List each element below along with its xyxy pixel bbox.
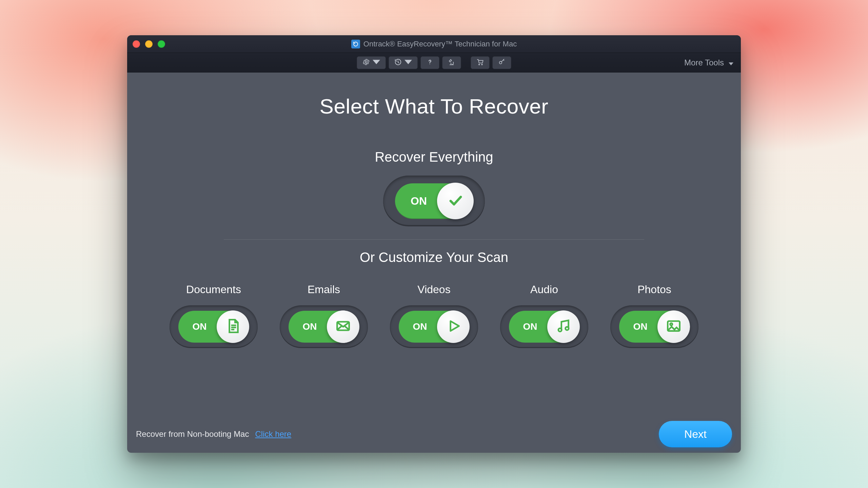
videos-toggle-wrap: ON [390,305,478,348]
toggle-knob [547,310,580,343]
click-here-link[interactable]: Click here [255,429,291,439]
toggle-knob [437,183,474,219]
audio-toggle[interactable]: ON [509,311,579,343]
svg-point-12 [670,323,672,325]
category-label: Videos [417,283,450,296]
svg-point-9 [558,328,562,332]
toggle-on-label: ON [399,321,437,332]
window-title: Ontrack® EasyRecovery™ Technician for Ma… [127,40,741,48]
minimize-button[interactable] [145,40,153,48]
app-icon [351,40,360,48]
cart-icon [476,58,484,67]
caret-down-icon [373,58,380,67]
image-icon [665,318,682,336]
recover-everything-toggle-wrap: ON [383,176,485,226]
category-videos: Videos ON [390,283,478,348]
toggle-on-label: ON [178,321,217,332]
videos-toggle[interactable]: ON [399,311,469,343]
toggle-knob [327,310,359,343]
next-button[interactable]: Next [659,421,732,447]
key-icon [498,58,506,67]
settings-button[interactable] [357,56,386,69]
emails-toggle-wrap: ON [280,305,368,348]
photos-toggle[interactable]: ON [619,311,690,343]
category-emails: Emails ON [280,283,368,348]
help-icon [426,58,434,67]
toolbar-group-left [357,56,461,69]
cart-button[interactable] [471,56,490,69]
toggle-knob [657,310,690,343]
divider [224,239,644,240]
history-button[interactable] [389,56,418,69]
toggle-on-label: ON [289,321,327,332]
titlebar: Ontrack® EasyRecovery™ Technician for Ma… [127,35,741,53]
svg-marker-8 [451,321,459,331]
toolbar: More Tools [127,53,741,73]
history-icon [394,58,402,67]
audio-toggle-wrap: ON [500,305,588,348]
help-button[interactable] [420,56,439,69]
category-label: Emails [308,283,340,296]
svg-point-10 [566,327,569,330]
documents-toggle[interactable]: ON [178,311,249,343]
svg-point-2 [481,64,482,65]
nonbooting-label: Recover from Non-booting Mac [136,429,249,439]
content-area: Select What To Recover Recover Everythin… [127,73,741,453]
music-icon [555,318,572,336]
play-icon [445,318,462,336]
category-label: Documents [186,283,241,296]
microscope-button[interactable] [442,56,461,69]
page-heading: Select What To Recover [320,94,549,118]
footer: Recover from Non-booting Mac Click here … [127,415,741,453]
app-window: Ontrack® EasyRecovery™ Technician for Ma… [127,35,741,453]
emails-toggle[interactable]: ON [289,311,359,343]
key-button[interactable] [492,56,511,69]
more-tools-label: More Tools [684,58,724,67]
caret-down-icon [729,58,733,67]
next-button-label: Next [684,428,707,441]
close-button[interactable] [133,40,140,48]
gear-icon [362,58,370,67]
toolbar-group-right [471,56,511,69]
recover-everything-label: Recover Everything [375,149,493,165]
zoom-button[interactable] [158,40,165,48]
customize-scan-label: Or Customize Your Scan [360,250,508,265]
caret-down-icon [405,58,412,67]
check-icon [447,192,463,210]
toggle-on-label: ON [395,195,437,207]
documents-toggle-wrap: ON [170,305,258,348]
category-documents: Documents ON [170,283,258,348]
category-label: Photos [637,283,671,296]
microscope-icon [448,58,455,67]
category-label: Audio [530,283,558,296]
window-title-text: Ontrack® EasyRecovery™ Technician for Ma… [363,40,517,48]
more-tools-dropdown[interactable]: More Tools [684,58,733,67]
category-row: Documents ON Emails [170,283,698,348]
recover-everything-toggle[interactable]: ON [395,183,473,219]
category-audio: Audio ON [500,283,588,348]
toggle-knob [217,310,249,343]
nonbooting-mac-note: Recover from Non-booting Mac Click here [136,429,291,439]
svg-point-1 [479,64,480,65]
email-icon [335,318,352,336]
toggle-knob [437,310,470,343]
photos-toggle-wrap: ON [610,305,698,348]
document-icon [224,318,241,336]
toggle-on-label: ON [509,321,547,332]
toggle-on-label: ON [619,321,657,332]
category-photos: Photos ON [610,283,698,348]
svg-point-0 [429,63,430,64]
traffic-lights [133,40,165,48]
